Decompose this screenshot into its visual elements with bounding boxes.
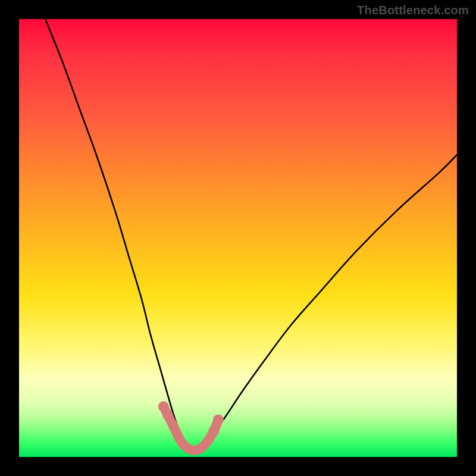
curve-right-branch	[194, 155, 457, 450]
watermark-text: TheBottleneck.com	[357, 4, 469, 17]
marker-band-dots	[158, 401, 224, 436]
marker-dot	[209, 425, 220, 436]
curve-svg	[19, 19, 457, 457]
marker-dot	[213, 414, 224, 425]
plot-area	[19, 19, 457, 457]
marker-dot	[162, 410, 173, 421]
curve-left-branch	[45, 19, 194, 450]
chart-frame: TheBottleneck.com	[0, 0, 476, 476]
